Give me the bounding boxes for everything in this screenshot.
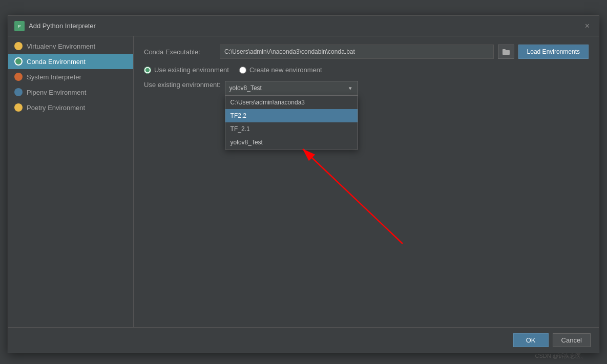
radio-row: Use existing environment Create new envi…: [144, 66, 589, 74]
environment-dropdown[interactable]: yolov8_Test: [225, 81, 358, 95]
sidebar: Virtualenv Environment Conda Environment…: [8, 36, 134, 327]
pipenv-icon: [14, 88, 23, 96]
sidebar-item-conda[interactable]: Conda Environment: [8, 54, 133, 69]
content-area: Conda Executable: Load Environments Use …: [134, 36, 599, 327]
svg-line-5: [303, 149, 403, 244]
close-button[interactable]: ×: [582, 20, 593, 32]
watermark: CSDN @诉疾忘医、: [535, 352, 587, 360]
dialog-body: Virtualenv Environment Conda Environment…: [8, 36, 599, 327]
dropdown-item-1[interactable]: TF2.2: [225, 109, 358, 122]
radio-existing-label: Use existing environment: [154, 66, 229, 74]
sidebar-item-virtualenv[interactable]: Virtualenv Environment: [8, 38, 133, 54]
sidebar-label-virtualenv: Virtualenv Environment: [27, 42, 95, 50]
conda-icon: [14, 57, 23, 66]
sidebar-label-pipenv: Pipenv Environment: [27, 89, 86, 96]
dropdown-item-0[interactable]: C:\Users\admin\anaconda3: [225, 96, 358, 109]
title-bar-left: P Add Python Interpreter: [14, 21, 96, 31]
environment-dropdown-container: yolov8_Test ▼ C:\Users\admin\anaconda3 T…: [225, 81, 589, 95]
radio-existing-option[interactable]: Use existing environment: [144, 66, 229, 74]
sidebar-label-system: System Interpreter: [27, 73, 81, 81]
poetry-icon: [14, 103, 23, 112]
cancel-button[interactable]: Cancel: [553, 333, 591, 347]
svg-text:P: P: [18, 24, 20, 29]
title-bar: P Add Python Interpreter ×: [8, 16, 599, 36]
dropdown-item-2[interactable]: TF_2.1: [225, 122, 358, 136]
conda-executable-label: Conda Executable:: [144, 48, 216, 56]
dialog-icon: P: [14, 21, 25, 31]
sidebar-item-pipenv[interactable]: Pipenv Environment: [8, 84, 133, 100]
use-existing-row: Use existing environment: yolov8_Test ▼ …: [144, 81, 589, 95]
dropdown-popup: C:\Users\admin\anaconda3 TF2.2 TF_2.1 yo…: [225, 95, 358, 149]
add-interpreter-dialog: P Add Python Interpreter × Virtualenv En…: [8, 15, 599, 353]
dropdown-item-3[interactable]: yolov8_Test: [225, 136, 358, 149]
sidebar-item-poetry[interactable]: Poetry Environment: [8, 100, 133, 115]
folder-button[interactable]: [498, 45, 514, 59]
virtualenv-icon: [14, 42, 23, 50]
svg-rect-3: [503, 49, 506, 51]
dialog-title: Add Python Interpreter: [29, 22, 96, 30]
sidebar-label-poetry: Poetry Environment: [27, 104, 85, 112]
ok-button[interactable]: OK: [513, 333, 549, 347]
load-environments-button[interactable]: Load Environments: [518, 45, 589, 59]
system-icon: [14, 73, 23, 81]
use-existing-label: Use existing environment:: [144, 81, 221, 89]
sidebar-item-system[interactable]: System Interpreter: [8, 69, 133, 84]
radio-new-label: Create new environment: [249, 66, 322, 74]
dialog-footer: OK Cancel: [8, 327, 599, 353]
conda-path-input[interactable]: [220, 45, 494, 59]
sidebar-label-conda: Conda Environment: [27, 58, 86, 66]
radio-new-input[interactable]: [239, 67, 246, 74]
radio-new-option[interactable]: Create new environment: [239, 66, 322, 74]
conda-executable-row: Conda Executable: Load Environments: [144, 45, 589, 59]
radio-existing-input[interactable]: [144, 67, 151, 74]
